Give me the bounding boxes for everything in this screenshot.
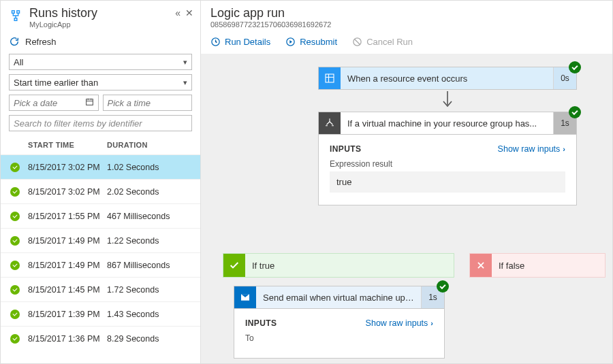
table-header: START TIME DURATION [1, 131, 200, 154]
if-true-label: If true [245, 261, 281, 271]
chevron-down-icon: ▾ [183, 78, 187, 87]
col-start: START TIME [28, 141, 107, 149]
calendar-icon [85, 97, 94, 108]
time-filter-value: Start time earlier than [14, 78, 98, 88]
x-icon [470, 254, 492, 277]
run-id: 08586987723215706036981692672 [210, 20, 603, 29]
date-picker[interactable]: Pick a date [9, 95, 99, 111]
date-placeholder: Pick a date [14, 98, 57, 108]
row-duration: 1.43 Seconds [107, 310, 192, 319]
time-placeholder: Pick a time [108, 98, 151, 108]
check-icon [223, 254, 245, 277]
row-start-time: 8/15/2017 1:49 PM [28, 236, 107, 246]
status-ok-icon [10, 285, 28, 295]
show-raw-inputs-link[interactable]: Show raw inputs› [366, 318, 433, 328]
status-ok-icon [10, 187, 28, 197]
condition-label: If a virtual machine in your resource gr… [341, 118, 553, 129]
status-ok-icon [10, 261, 28, 270]
resubmit-button[interactable]: Resubmit [285, 37, 337, 47]
search-input[interactable]: Search to filter items by identifier [9, 115, 192, 131]
row-start-time: 8/15/2017 1:36 PM [28, 334, 107, 344]
refresh-button[interactable]: Refresh [1, 32, 200, 54]
toolbar: Run Details Resubmit Cancel Run [201, 31, 612, 54]
condition-inputs-panel: INPUTS Show raw inputs› Expression resul… [318, 134, 577, 205]
email-to-label: To [245, 333, 433, 343]
status-ok-icon [10, 163, 28, 172]
table-row[interactable]: 8/15/2017 3:02 PM2.02 Seconds [1, 179, 200, 203]
row-start-time: 8/15/2017 1:45 PM [28, 285, 107, 295]
email-step-label: Send email when virtual machine updat... [256, 293, 421, 303]
logic-app-icon [6, 6, 25, 25]
runs-history-pane: Runs history MyLogicApp « ✕ Refresh All … [1, 1, 201, 363]
chevron-right-icon: › [563, 145, 565, 153]
show-raw-inputs-link[interactable]: Show raw inputs› [498, 144, 565, 154]
success-badge-icon [437, 280, 449, 293]
row-duration: 1.02 Seconds [107, 163, 192, 172]
status-ok-icon [10, 310, 28, 319]
condition-step-card[interactable]: If a virtual machine in your resource gr… [318, 112, 577, 135]
svg-rect-0 [86, 99, 93, 105]
table-row[interactable]: 8/15/2017 1:49 PM867 Milliseconds [1, 252, 200, 277]
row-duration: 467 Milliseconds [107, 212, 192, 221]
row-duration: 867 Milliseconds [107, 261, 192, 270]
row-duration: 1.72 Seconds [107, 285, 192, 295]
row-start-time: 8/15/2017 1:49 PM [28, 261, 107, 270]
if-true-branch[interactable]: If true [223, 253, 454, 278]
workflow-canvas[interactable]: When a resource event occurs 0s If a vir… [201, 54, 612, 363]
right-title: Logic app run [210, 6, 603, 20]
inputs-label: INPUTS [245, 318, 277, 328]
chevron-right-icon: › [430, 319, 433, 327]
if-false-label: If false [492, 261, 531, 271]
run-details-button[interactable]: Run Details [210, 37, 270, 47]
time-filter-select[interactable]: Start time earlier than ▾ [9, 74, 192, 90]
left-subtitle: MyLogicApp [29, 20, 175, 29]
left-title: Runs history [29, 6, 175, 20]
left-header: Runs history MyLogicApp « ✕ [1, 1, 200, 32]
row-start-time: 8/15/2017 3:02 PM [28, 163, 107, 172]
email-step-card[interactable]: Send email when virtual machine updat...… [234, 286, 445, 309]
table-row[interactable]: 8/15/2017 1:36 PM8.29 Seconds [1, 326, 200, 350]
success-badge-icon [569, 61, 581, 73]
outlook-icon [234, 286, 256, 308]
time-picker[interactable]: Pick a time [103, 95, 193, 111]
row-start-time: 8/15/2017 1:55 PM [28, 212, 107, 221]
email-inputs-panel: INPUTS Show raw inputs› To [234, 308, 445, 359]
row-duration: 1.22 Seconds [107, 236, 192, 246]
table-row[interactable]: 8/15/2017 1:55 PM467 Milliseconds [1, 203, 200, 228]
status-ok-icon [10, 236, 28, 246]
if-false-branch[interactable]: If false [469, 253, 606, 278]
status-ok-icon [10, 334, 28, 344]
inputs-label: INPUTS [330, 144, 361, 154]
chevron-down-icon: ▾ [183, 58, 187, 67]
trigger-step-card[interactable]: When a resource event occurs 0s [318, 67, 577, 90]
cancel-run-button: Cancel Run [352, 37, 413, 47]
close-icon[interactable]: ✕ [185, 7, 193, 18]
status-filter-select[interactable]: All ▾ [9, 54, 192, 70]
table-row[interactable]: 8/15/2017 3:02 PM1.02 Seconds [1, 154, 200, 179]
runs-table-body: 8/15/2017 3:02 PM1.02 Seconds8/15/2017 3… [1, 154, 200, 363]
table-row[interactable]: 8/15/2017 1:49 PM1.22 Seconds [1, 228, 200, 252]
expression-result-label: Expression result [330, 159, 565, 169]
row-start-time: 8/15/2017 1:39 PM [28, 310, 107, 319]
refresh-icon [9, 36, 20, 47]
condition-icon [319, 112, 341, 134]
expression-result-value: true [330, 171, 565, 193]
flow-arrow-icon [441, 91, 454, 112]
trigger-label: When a resource event occurs [341, 73, 553, 84]
table-row[interactable]: 8/15/2017 1:39 PM1.43 Seconds [1, 301, 200, 326]
collapse-icon[interactable]: « [175, 7, 178, 18]
row-start-time: 8/15/2017 3:02 PM [28, 187, 107, 197]
svg-rect-4 [326, 74, 334, 82]
col-duration: DURATION [107, 141, 192, 149]
search-placeholder: Search to filter items by identifier [14, 118, 142, 129]
success-badge-icon [569, 106, 581, 118]
row-duration: 8.29 Seconds [107, 334, 192, 344]
event-grid-icon [319, 67, 341, 89]
table-row[interactable]: 8/15/2017 1:45 PM1.72 Seconds [1, 277, 200, 301]
refresh-label: Refresh [25, 37, 57, 47]
row-duration: 2.02 Seconds [107, 187, 192, 197]
status-ok-icon [10, 212, 28, 221]
status-filter-value: All [14, 57, 23, 67]
run-detail-pane: Logic app run 08586987723215706036981692… [201, 1, 612, 363]
